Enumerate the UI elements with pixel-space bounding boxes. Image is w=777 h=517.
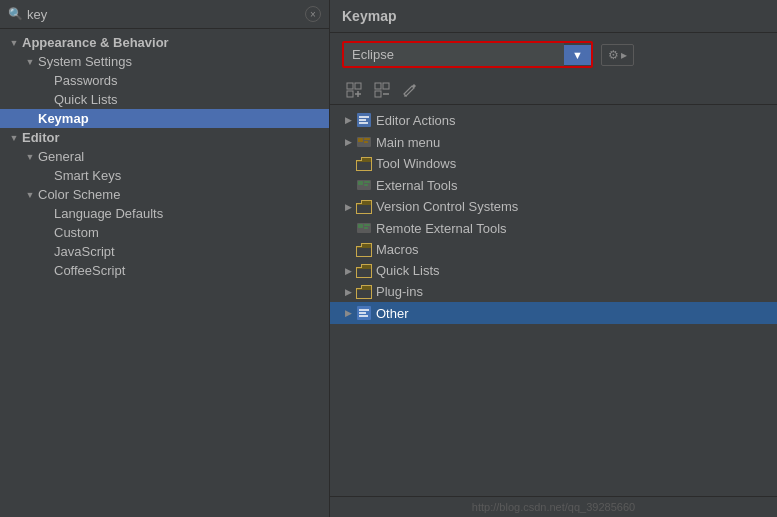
edit-button[interactable] (398, 80, 422, 100)
collapse-all-button[interactable] (370, 80, 394, 100)
toolbar-row (330, 76, 777, 105)
arrow-icon (342, 114, 354, 126)
svg-rect-17 (364, 141, 368, 143)
svg-rect-16 (364, 138, 370, 140)
sidebar-item-label: Editor (22, 130, 60, 145)
sidebar-item-label: Color Scheme (38, 187, 120, 202)
sidebar-item-label: Language Defaults (54, 206, 163, 221)
arrow-icon (24, 56, 36, 68)
sidebar-item-appearance[interactable]: Appearance & Behavior (0, 33, 329, 52)
sidebar-item-coffeescript[interactable]: CoffeeScript (0, 261, 329, 280)
sidebar-item-editor[interactable]: Editor (0, 128, 329, 147)
other-icon (356, 305, 372, 321)
svg-rect-24 (364, 224, 370, 226)
svg-rect-0 (347, 83, 353, 89)
svg-rect-15 (358, 138, 363, 142)
sidebar-item-label: General (38, 149, 84, 164)
tree-item-plug-ins[interactable]: Plug-ins (330, 281, 777, 302)
tool-windows-icon (356, 157, 372, 171)
sidebar-item-label: CoffeeScript (54, 263, 125, 278)
arrow-icon (24, 151, 36, 163)
sidebar-item-label: Keymap (38, 111, 89, 126)
sidebar-item-javascript[interactable]: JavaScript (0, 242, 329, 261)
svg-rect-2 (347, 91, 353, 97)
sidebar-item-label: Custom (54, 225, 99, 240)
main-menu-icon (356, 134, 372, 150)
svg-rect-25 (364, 227, 368, 229)
search-bar: 🔍 × (0, 0, 329, 29)
sidebar-item-general[interactable]: General (0, 147, 329, 166)
sidebar-item-color-scheme[interactable]: Color Scheme (0, 185, 329, 204)
expand-all-button[interactable] (342, 80, 366, 100)
tree-item-label: External Tools (376, 178, 457, 193)
sidebar-item-keymap[interactable]: Keymap (0, 109, 329, 128)
tree-item-label: Macros (376, 242, 419, 257)
tree-item-editor-actions[interactable]: Editor Actions (330, 109, 777, 131)
sidebar-item-custom[interactable]: Custom (0, 223, 329, 242)
tree-item-version-control[interactable]: Version Control Systems (330, 196, 777, 217)
right-tree: Editor Actions Main menu (330, 105, 777, 496)
arrow-icon (342, 307, 354, 319)
sidebar-item-quick-lists[interactable]: Quick Lists (0, 90, 329, 109)
sidebar-item-smart-keys[interactable]: Smart Keys (0, 166, 329, 185)
right-panel-title: Keymap (330, 0, 777, 33)
external-tools-icon (356, 177, 372, 193)
sidebar-item-passwords[interactable]: Passwords (0, 71, 329, 90)
remote-external-icon (356, 220, 372, 236)
arrow-icon (342, 265, 354, 277)
tree-item-macros[interactable]: Macros (330, 239, 777, 260)
sidebar-item-system-settings[interactable]: System Settings (0, 52, 329, 71)
version-control-icon (356, 200, 372, 214)
svg-rect-21 (364, 184, 368, 186)
svg-rect-5 (375, 83, 381, 89)
sidebar-item-language-defaults[interactable]: Language Defaults (0, 204, 329, 223)
tree-item-label: Quick Lists (376, 263, 440, 278)
keymap-selector-row: Eclipse Default Mac OS X Emacs ▼ ⚙ ▸ (330, 33, 777, 76)
tree-item-external-tools[interactable]: External Tools (330, 174, 777, 196)
search-icon: 🔍 (8, 7, 23, 21)
dropdown-arrow-icon[interactable]: ▼ (564, 45, 591, 65)
sidebar-item-label: Appearance & Behavior (22, 35, 169, 50)
arrow-icon (342, 286, 354, 298)
gear-arrow-icon: ▸ (621, 48, 627, 62)
gear-button[interactable]: ⚙ ▸ (601, 44, 634, 66)
svg-rect-19 (358, 181, 363, 185)
search-input[interactable] (27, 7, 305, 22)
keymap-dropdown-wrapper: Eclipse Default Mac OS X Emacs ▼ (342, 41, 593, 68)
tree-item-label: Other (376, 306, 409, 321)
tree-item-quick-lists[interactable]: Quick Lists (330, 260, 777, 281)
svg-rect-20 (364, 181, 370, 183)
tree-item-remote-external[interactable]: Remote External Tools (330, 217, 777, 239)
tree-item-label: Main menu (376, 135, 440, 150)
tree-item-other[interactable]: Other (330, 302, 777, 324)
search-clear-button[interactable]: × (305, 6, 321, 22)
main-container: 🔍 × Appearance & Behavior System Setting… (0, 0, 777, 517)
expand-all-icon (346, 82, 362, 98)
tree-item-label: Remote External Tools (376, 221, 507, 236)
sidebar-item-label: System Settings (38, 54, 132, 69)
gear-icon: ⚙ (608, 48, 619, 62)
tree-item-label: Editor Actions (376, 113, 456, 128)
edit-icon (402, 82, 418, 98)
collapse-all-icon (374, 82, 390, 98)
left-tree: Appearance & Behavior System Settings Pa… (0, 29, 329, 517)
sidebar-item-label: Quick Lists (54, 92, 118, 107)
tree-item-main-menu[interactable]: Main menu (330, 131, 777, 153)
sidebar-item-label: Passwords (54, 73, 118, 88)
svg-rect-1 (355, 83, 361, 89)
svg-rect-6 (383, 83, 389, 89)
watermark: http://blog.csdn.net/qq_39285660 (330, 496, 777, 517)
tree-item-tool-windows[interactable]: Tool Windows (330, 153, 777, 174)
svg-rect-7 (375, 91, 381, 97)
sidebar-item-label: JavaScript (54, 244, 115, 259)
macros-icon (356, 243, 372, 257)
arrow-icon (8, 132, 20, 144)
svg-rect-23 (358, 224, 363, 228)
tree-item-label: Version Control Systems (376, 199, 518, 214)
editor-actions-icon (356, 112, 372, 128)
right-panel: Keymap Eclipse Default Mac OS X Emacs ▼ … (330, 0, 777, 517)
plug-ins-icon (356, 285, 372, 299)
quick-lists-icon (356, 264, 372, 278)
keymap-dropdown[interactable]: Eclipse Default Mac OS X Emacs (344, 43, 564, 66)
arrow-icon (8, 37, 20, 49)
